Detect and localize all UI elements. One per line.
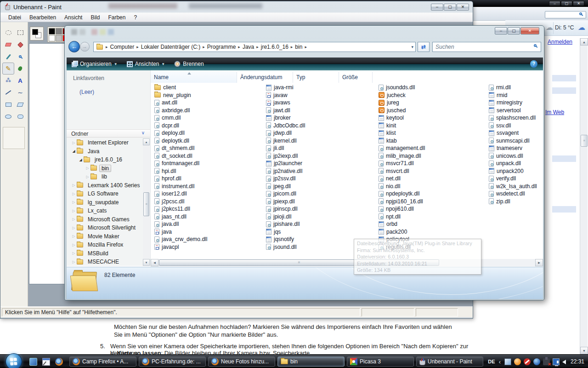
help-icon[interactable]: ? bbox=[530, 60, 537, 68]
breadcrumb-separator-icon[interactable]: ▸ bbox=[202, 45, 206, 49]
file-item[interactable]: tnameserv bbox=[489, 144, 543, 152]
tree-item[interactable]: ▷MSBuild bbox=[67, 249, 142, 258]
column-header-änderungsdatum[interactable]: Änderungsdatum bbox=[237, 72, 293, 83]
file-item[interactable]: javaws bbox=[266, 99, 369, 107]
select-tool[interactable] bbox=[14, 27, 26, 39]
tray-power-plug-icon[interactable] bbox=[543, 358, 550, 365]
file-item[interactable]: jli.dll bbox=[266, 144, 369, 152]
file-item[interactable]: npjpi160_16.dll bbox=[379, 198, 482, 206]
file-item[interactable]: zip.dll bbox=[489, 198, 543, 206]
collapsed-arrow-icon[interactable]: ▷ bbox=[85, 166, 90, 170]
taskbar-button[interactable]: Neue Fotos hinzu... bbox=[208, 356, 275, 367]
breadcrumb-item[interactable]: Java bbox=[241, 44, 255, 50]
eraser-tool[interactable] bbox=[2, 39, 14, 51]
scroll-up-icon[interactable]: ▲ bbox=[143, 138, 150, 145]
rounded-rect-tool[interactable] bbox=[14, 110, 26, 122]
breadcrumb-separator-icon[interactable]: ▸ bbox=[290, 45, 294, 49]
file-item[interactable]: jaas_nt.dll bbox=[154, 213, 258, 221]
ellipse-tool[interactable] bbox=[2, 110, 14, 122]
palette-swatch[interactable] bbox=[49, 35, 55, 41]
file-item[interactable]: wsdetect.dll bbox=[489, 190, 543, 198]
quick-launch-show-desktop-icon[interactable] bbox=[29, 358, 37, 366]
file-item[interactable]: j2pkcs11.dll bbox=[154, 205, 258, 213]
file-item[interactable]: unicows.dll bbox=[489, 152, 543, 160]
paint-menu-item[interactable]: ? bbox=[130, 14, 141, 21]
tray-volume-icon[interactable] bbox=[562, 360, 566, 364]
tree-item[interactable]: ◢jre1.6.0_16 bbox=[67, 155, 142, 164]
tree-item[interactable]: ▷Movie Maker bbox=[67, 232, 142, 241]
rectangle-tool[interactable] bbox=[2, 98, 14, 110]
file-item[interactable]: jsoundds.dll bbox=[379, 84, 482, 92]
file-item[interactable]: rmid bbox=[489, 92, 543, 99]
file-item[interactable]: verify.dll bbox=[489, 175, 543, 183]
scrollbar-thumb[interactable]: ≡ bbox=[143, 192, 149, 216]
scroll-right-icon[interactable]: ▶ bbox=[535, 259, 543, 266]
file-item[interactable]: jpicom.dll bbox=[266, 190, 369, 198]
tree-item[interactable]: ▷lg_swupdate bbox=[67, 198, 142, 207]
collapsed-arrow-icon[interactable]: ▷ bbox=[71, 200, 76, 204]
breadcrumb-separator-icon[interactable]: ▸ bbox=[237, 45, 241, 49]
folders-band[interactable]: Ordner ∨ bbox=[67, 129, 150, 138]
file-item[interactable]: dt_shmem.dll bbox=[154, 144, 258, 152]
file-item[interactable]: jbroker bbox=[266, 114, 369, 122]
paint-title-bar[interactable]: Unbenannt - Paint ‒ ▢ ✕ bbox=[0, 1, 473, 12]
file-item[interactable]: ssv.dll bbox=[489, 122, 543, 130]
tree-item[interactable]: ▷Microsoft Silverlight bbox=[67, 224, 142, 232]
file-item[interactable]: awt.dll bbox=[154, 99, 258, 107]
paint-maximize-button[interactable]: ▢ bbox=[444, 4, 456, 11]
address-dropdown-icon[interactable]: ▾ bbox=[411, 45, 413, 49]
search-input[interactable] bbox=[435, 43, 526, 51]
file-item[interactable]: sunmscapi.dll bbox=[489, 137, 543, 145]
taskbar-button[interactable]: Unbenannt - Paint bbox=[416, 356, 483, 367]
breadcrumb[interactable]: ▸ Computer▸Lokaler Datenträger (C:)▸Prog… bbox=[93, 42, 416, 52]
expanded-arrow-icon[interactable]: ◢ bbox=[71, 149, 76, 153]
tray-app-icon[interactable] bbox=[504, 358, 511, 365]
collapsed-arrow-icon[interactable]: ▷ bbox=[71, 183, 76, 187]
file-item[interactable]: npdeploytk.dll bbox=[379, 190, 482, 198]
file-item[interactable]: dt_socket.dll bbox=[154, 152, 258, 160]
collapsed-arrow-icon[interactable]: ▷ bbox=[71, 217, 76, 221]
file-item[interactable]: hpi.dll bbox=[154, 167, 258, 175]
language-indicator[interactable]: DE bbox=[488, 359, 495, 364]
column-header-name[interactable]: Name bbox=[151, 72, 237, 83]
tree-item[interactable]: ▷MSECACHE bbox=[67, 258, 142, 266]
file-item[interactable]: java_crw_demo.dll bbox=[154, 236, 258, 243]
file-item[interactable]: ssvagent bbox=[489, 129, 543, 137]
file-item[interactable]: axbridge.dll bbox=[154, 107, 258, 115]
file-item[interactable]: JdbcOdbc.dll bbox=[266, 122, 369, 130]
file-item[interactable]: java-rmi bbox=[266, 84, 369, 92]
palette-swatch[interactable] bbox=[49, 28, 55, 34]
file-item[interactable]: ioser12.dll bbox=[154, 190, 258, 198]
file-item[interactable]: jureg bbox=[379, 99, 482, 107]
file-item[interactable]: mlib_image.dll bbox=[379, 152, 482, 160]
free-select-tool[interactable] bbox=[2, 27, 14, 39]
tree-item[interactable]: ▷Internet Explorer bbox=[67, 138, 142, 147]
file-item[interactable]: klist bbox=[379, 129, 482, 137]
tree-scrollbar[interactable]: ▲ ≡ ▼ bbox=[143, 138, 150, 266]
file-item[interactable]: management.dll bbox=[379, 144, 482, 152]
file-item[interactable]: javaw bbox=[266, 92, 369, 99]
horizontal-scrollbar[interactable]: ◀ ≡ ▶ bbox=[151, 259, 543, 266]
scroll-down-icon[interactable]: ▼ bbox=[143, 259, 150, 266]
breadcrumb-item[interactable]: bin bbox=[294, 44, 304, 50]
file-item[interactable]: java bbox=[154, 228, 258, 236]
zoom-tool[interactable] bbox=[14, 51, 26, 63]
paint-menu-item[interactable]: Farben bbox=[104, 14, 130, 21]
collapsed-arrow-icon[interactable]: ▷ bbox=[71, 192, 76, 196]
curve-tool[interactable]: ∼ bbox=[14, 86, 26, 98]
taskbar-button[interactable]: Picasa 3 bbox=[347, 356, 414, 367]
file-item[interactable]: pack200 bbox=[379, 228, 482, 236]
collapsed-arrow-icon[interactable]: ▷ bbox=[71, 234, 76, 238]
breadcrumb-item[interactable]: jre1.6.0_16 bbox=[260, 44, 290, 50]
tray-sphere-icon[interactable] bbox=[533, 358, 540, 365]
tree-item[interactable]: ◢Java bbox=[67, 147, 142, 156]
file-item[interactable]: jawt.dll bbox=[266, 107, 369, 115]
explorer-title-bar[interactable]: ‒ ▢ ✕ bbox=[65, 26, 544, 41]
file-item[interactable]: new_plugin bbox=[154, 92, 258, 99]
explorer-minimize-button[interactable]: ‒ bbox=[495, 27, 507, 34]
file-item[interactable]: rmi.dll bbox=[489, 84, 543, 92]
file-item[interactable]: ktab bbox=[379, 137, 482, 145]
file-item[interactable]: jp2iexp.dll bbox=[266, 152, 369, 160]
file-item[interactable]: jp2ssv.dll bbox=[266, 175, 369, 183]
polygon-tool[interactable] bbox=[14, 98, 26, 110]
